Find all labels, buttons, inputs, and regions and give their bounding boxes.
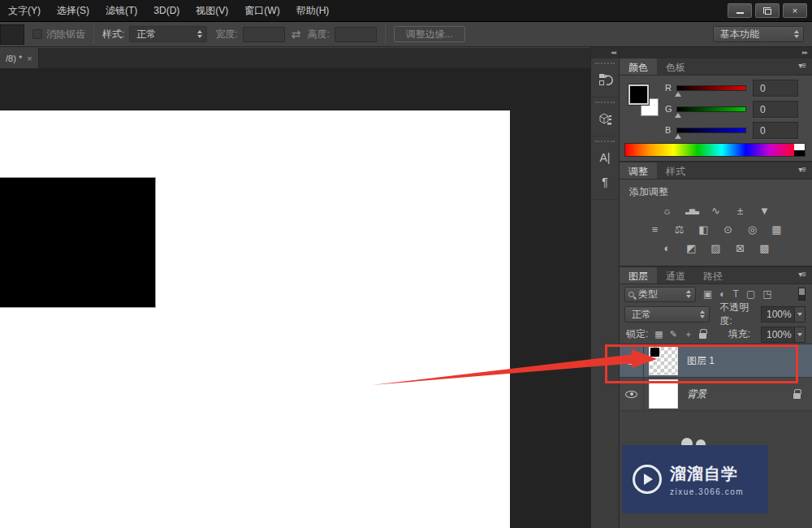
panel-expand-header[interactable]: ▸▸ [620,47,812,58]
fill-dropdown-icon[interactable] [794,327,805,342]
layer-row-layer1[interactable]: 图层 1 [620,344,812,378]
panel-grip[interactable] [595,63,615,64]
opacity-field[interactable]: 100% [761,306,806,322]
layer1-thumbnail[interactable] [649,346,678,375]
levels-icon[interactable]: ▂▅▃ [683,205,700,217]
exposure-icon[interactable]: ± [732,205,749,217]
document-canvas[interactable] [0,110,510,528]
anti-alias-checkbox[interactable] [32,29,42,39]
green-slider[interactable] [676,106,746,112]
tab-paths[interactable]: 路径 [694,267,732,283]
green-slider-thumb[interactable] [675,113,681,118]
menu-select[interactable]: 选择(S) [57,4,99,18]
posterize-icon[interactable]: ◩ [683,242,700,254]
3d-panel-icon[interactable] [591,106,619,131]
red-value-field[interactable]: 0 [753,80,798,97]
shape-layer-filter-icon[interactable]: ▢ [746,288,755,300]
black-white-icon[interactable]: ◧ [695,223,712,236]
menu-type[interactable]: 文字(Y) [8,4,50,18]
background-layer-name[interactable]: 背景 [687,387,706,401]
collapsed-panel-dock: ◂◂ [590,47,619,528]
tab-color[interactable]: 颜色 [620,58,657,75]
minimize-button[interactable] [728,3,752,18]
adjustments-panel: 添加调整 ☼ ▂▅▃ ∿ ± ▼ ≡ ⚖ ◧ ⊙ ◎ ▦ ◐ ◩ ▨ ⊠ [620,180,812,266]
menu-view[interactable]: 视图(V) [196,4,238,18]
brightness-contrast-icon[interactable]: ☼ [659,205,676,217]
color-lookup-icon[interactable]: ▦ [768,223,785,236]
gradient-map-icon[interactable]: ▩ [756,242,773,254]
refine-edge-button[interactable]: 调整边缘... [394,26,465,42]
lock-all-icon[interactable] [699,333,706,339]
layer-filter-dropdown[interactable]: 类型 [624,287,696,302]
hue-saturation-icon[interactable]: ≡ [646,223,663,236]
background-thumbnail[interactable] [649,379,678,409]
blue-value-field[interactable]: 0 [753,122,798,139]
type-layer-filter-icon[interactable]: T [733,288,739,300]
menu-help[interactable]: 帮助(H) [296,4,339,18]
foreground-color-swatch[interactable] [628,84,649,105]
green-value-field[interactable]: 0 [753,101,798,118]
opacity-dropdown-icon[interactable] [794,307,805,322]
menu-filter[interactable]: 滤镜(T) [106,4,147,18]
history-panel-icon[interactable] [591,67,619,92]
tab-close-icon[interactable]: × [27,54,32,63]
tab-adjustments[interactable]: 调整 [620,162,657,179]
color-balance-icon[interactable]: ⚖ [671,223,688,236]
selective-color-icon[interactable]: ⊠ [732,242,749,254]
panel-grip[interactable] [595,141,615,142]
tab-layers[interactable]: 图层 [620,267,657,283]
tab-styles[interactable]: 样式 [657,162,694,179]
layer-row-background[interactable]: 背景 [620,378,812,411]
tool-preset-picker[interactable] [0,24,24,45]
spectrum-bw-chips[interactable] [794,144,805,156]
workspace-dropdown[interactable]: 基本功能 [713,26,804,42]
window-controls: × [728,3,812,18]
lock-transparency-icon[interactable]: ▦ [654,329,663,340]
tab-swatches[interactable]: 色板 [657,58,694,75]
panel-menu-icon[interactable]: ▾≡ [798,58,812,75]
black-shape-layer [0,177,156,308]
smart-object-filter-icon[interactable]: ◳ [762,288,771,300]
close-button[interactable]: × [783,3,807,18]
lock-label: 锁定: [626,327,648,341]
adjustments-panel-tabs: 调整 样式 ▾≡ [620,162,812,180]
red-slider-thumb[interactable] [675,92,681,97]
style-dropdown[interactable]: 正常 [129,26,207,42]
background-visibility-toggle[interactable] [620,378,644,410]
color-spectrum-ramp[interactable] [625,144,794,156]
invert-icon[interactable]: ◐ [659,242,676,254]
pixel-layer-filter-icon[interactable]: ▣ [703,288,712,300]
panel-grip[interactable] [595,102,615,103]
restore-button[interactable] [755,3,780,18]
tab-channels[interactable]: 通道 [657,267,694,283]
layer1-visibility-toggle[interactable] [620,344,644,377]
swap-dimensions-icon[interactable]: ⇄ [292,28,301,41]
red-slider[interactable] [676,85,746,91]
filter-toggle-switch[interactable] [798,288,806,301]
character-panel-icon[interactable]: A| [591,145,619,170]
paragraph-panel-icon[interactable]: ¶ [591,170,619,194]
width-input[interactable] [243,27,285,42]
menu-window[interactable]: 窗口(W) [244,4,289,18]
blue-slider[interactable] [676,128,746,133]
blue-slider-thumb[interactable] [675,134,681,139]
vibrance-icon[interactable]: ▼ [756,205,773,217]
anti-alias-option[interactable]: 消除锯齿 [32,28,85,41]
tool-options-bar: 消除锯齿 样式: 正常 宽度: ⇄ 高度: 调整边缘... 基本功能 [0,22,812,47]
threshold-icon[interactable]: ▨ [707,242,724,254]
layer1-name[interactable]: 图层 1 [687,354,715,368]
height-input[interactable] [335,27,377,42]
channel-mixer-icon[interactable]: ◎ [744,223,761,236]
fill-field[interactable]: 100% [761,327,806,343]
panel-menu-icon[interactable]: ▾≡ [798,267,812,283]
menu-3d[interactable]: 3D(D) [153,5,189,16]
adjustment-layer-filter-icon[interactable]: ◐ [719,288,725,300]
lock-pixels-icon[interactable]: ✎ [670,329,677,340]
document-tab[interactable]: /8) * × [0,48,39,68]
blend-mode-dropdown[interactable]: 正常 [624,306,710,322]
panel-menu-icon[interactable]: ▾≡ [798,162,812,179]
dock-collapse-header[interactable]: ◂◂ [591,47,619,58]
curves-icon[interactable]: ∿ [707,205,724,217]
photo-filter-icon[interactable]: ⊙ [719,223,736,236]
lock-position-icon[interactable]: ＋ [684,328,693,340]
